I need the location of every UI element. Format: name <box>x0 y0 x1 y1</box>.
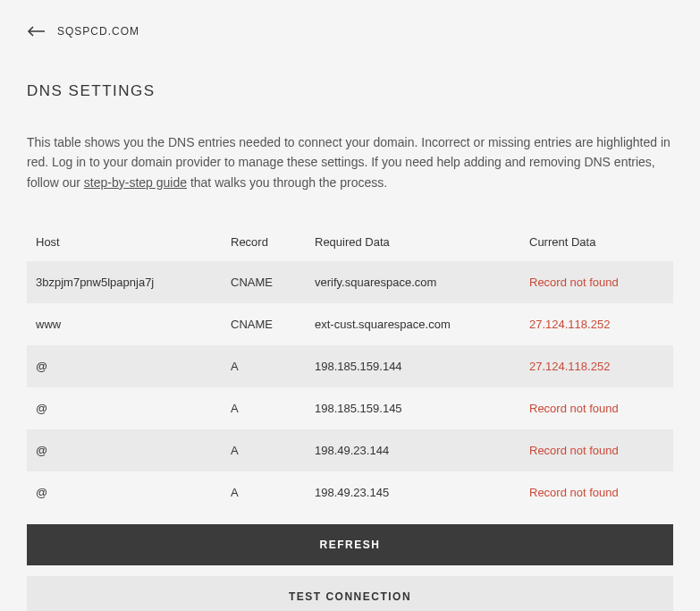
cell-required: 198.49.23.144 <box>315 444 529 457</box>
table-header-record: Record <box>231 235 315 249</box>
table-row: 3bzpjm7pnw5lpapnja7j CNAME verify.square… <box>27 261 673 303</box>
header: SQSPCD.COM <box>27 25 673 38</box>
cell-required: verify.squarespace.com <box>315 276 529 289</box>
cell-host: @ <box>36 444 231 457</box>
cell-record: A <box>231 486 315 499</box>
cell-record: CNAME <box>231 318 315 331</box>
test-connection-button[interactable]: TEST CONNECTION <box>27 576 673 611</box>
cell-current: Record not found <box>529 444 664 457</box>
cell-record: A <box>231 360 315 373</box>
cell-record: A <box>231 444 315 457</box>
table-header-current: Current Data <box>529 235 664 249</box>
table-row: @ A 198.185.159.145 Record not found <box>27 387 673 429</box>
table-row: @ A 198.49.23.145 Record not found <box>27 471 673 513</box>
table-row: @ A 198.185.159.144 27.124.118.252 <box>27 345 673 387</box>
description-text-after: that walks you through the process. <box>187 175 387 190</box>
cell-record: A <box>231 402 315 415</box>
table-row: @ A 198.49.23.144 Record not found <box>27 429 673 471</box>
cell-host: @ <box>36 360 231 373</box>
description: This table shows you the DNS entries nee… <box>27 132 673 192</box>
cell-host: www <box>36 318 231 331</box>
cell-host: @ <box>36 486 231 499</box>
arrow-left-icon <box>27 26 45 37</box>
cell-host: @ <box>36 402 231 415</box>
back-button[interactable] <box>27 26 45 37</box>
cell-required: ext-cust.squarespace.com <box>315 318 529 331</box>
page-title: DNS SETTINGS <box>27 82 673 100</box>
table-header-required: Required Data <box>315 235 529 249</box>
domain-name: SQSPCD.COM <box>57 25 139 38</box>
cell-current: Record not found <box>529 486 664 499</box>
cell-current: 27.124.118.252 <box>529 360 664 373</box>
cell-current: Record not found <box>529 276 664 289</box>
cell-required: 198.185.159.144 <box>315 360 529 373</box>
table-row: www CNAME ext-cust.squarespace.com 27.12… <box>27 303 673 345</box>
table-header-host: Host <box>36 235 231 249</box>
cell-required: 198.185.159.145 <box>315 402 529 415</box>
cell-required: 198.49.23.145 <box>315 486 529 499</box>
cell-current: 27.124.118.252 <box>529 318 664 331</box>
dns-table: Host Record Required Data Current Data 3… <box>27 223 673 513</box>
table-header: Host Record Required Data Current Data <box>27 223 673 261</box>
button-group: REFRESH TEST CONNECTION <box>27 524 673 611</box>
cell-current: Record not found <box>529 402 664 415</box>
cell-record: CNAME <box>231 276 315 289</box>
guide-link[interactable]: step-by-step guide <box>84 175 187 190</box>
cell-host: 3bzpjm7pnw5lpapnja7j <box>36 276 231 289</box>
refresh-button[interactable]: REFRESH <box>27 524 673 565</box>
